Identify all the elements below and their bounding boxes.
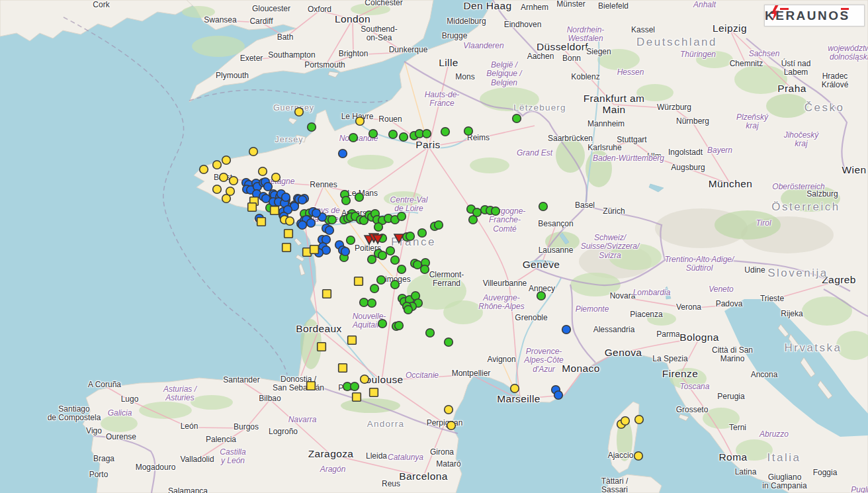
- report-marker-green-circle[interactable]: [445, 338, 453, 347]
- report-marker-green-circle[interactable]: [347, 236, 355, 245]
- report-marker-green-circle[interactable]: [464, 127, 473, 136]
- report-marker-blue-circle[interactable]: [554, 391, 563, 400]
- report-marker-green-circle[interactable]: [351, 382, 359, 391]
- report-marker-green-circle[interactable]: [355, 193, 364, 202]
- report-marker-green-circle[interactable]: [423, 130, 431, 138]
- report-marker-yellow-circle[interactable]: [356, 117, 365, 126]
- report-marker-yellow-square[interactable]: [282, 244, 291, 252]
- map-canvas[interactable]: CorkSwanseaCardiffGloucesterOxfordLondon…: [0, 0, 868, 493]
- report-marker-green-circle[interactable]: [406, 232, 415, 241]
- report-marker-green-circle[interactable]: [391, 256, 400, 265]
- report-marker-yellow-square[interactable]: [257, 218, 266, 226]
- report-marker-blue-circle[interactable]: [341, 247, 350, 256]
- report-marker-yellow-square[interactable]: [307, 382, 316, 390]
- logo-accent-bar: [841, 8, 849, 10]
- report-marker-green-circle[interactable]: [389, 130, 398, 139]
- report-marker-blue-circle[interactable]: [264, 183, 273, 191]
- report-marker-green-circle[interactable]: [537, 292, 546, 300]
- report-marker-green-circle[interactable]: [370, 285, 379, 293]
- report-marker-blue-circle[interactable]: [339, 150, 347, 158]
- report-marker-yellow-circle[interactable]: [295, 108, 304, 116]
- report-marker-green-circle[interactable]: [398, 212, 406, 221]
- report-marker-yellow-circle[interactable]: [213, 185, 222, 194]
- report-marker-green-circle[interactable]: [400, 133, 408, 142]
- report-marker-yellow-circle[interactable]: [200, 165, 208, 174]
- report-marker-yellow-square[interactable]: [284, 230, 293, 238]
- report-marker-green-circle[interactable]: [398, 265, 406, 274]
- report-marker-yellow-circle[interactable]: [621, 417, 630, 426]
- logo-text: KERAUNOS: [765, 9, 850, 23]
- report-marker-yellow-square[interactable]: [348, 336, 357, 345]
- report-marker-yellow-square[interactable]: [271, 206, 279, 215]
- report-marker-yellow-circle[interactable]: [213, 161, 222, 169]
- report-marker-green-circle[interactable]: [377, 276, 386, 285]
- report-marker-yellow-circle[interactable]: [272, 173, 281, 182]
- report-marker-yellow-circle[interactable]: [634, 452, 643, 461]
- report-marker-green-circle[interactable]: [404, 306, 413, 314]
- keraunos-logo: KERAUNOS: [764, 5, 865, 26]
- report-marker-green-circle[interactable]: [426, 329, 435, 337]
- report-marker-yellow-square[interactable]: [318, 343, 326, 351]
- report-marker-green-circle[interactable]: [391, 281, 400, 289]
- report-marker-yellow-square[interactable]: [323, 290, 331, 298]
- report-marker-yellow-square[interactable]: [353, 393, 361, 402]
- report-marker-yellow-circle[interactable]: [230, 177, 238, 185]
- report-marker-yellow-square[interactable]: [248, 203, 257, 212]
- report-marker-green-circle[interactable]: [378, 251, 387, 260]
- report-marker-yellow-circle[interactable]: [220, 173, 228, 182]
- report-marker-green-circle[interactable]: [374, 223, 383, 232]
- report-marker-yellow-square[interactable]: [310, 246, 319, 254]
- report-marker-blue-circle[interactable]: [307, 219, 316, 228]
- report-marker-green-circle[interactable]: [349, 134, 358, 142]
- report-marker-yellow-circle[interactable]: [361, 375, 369, 384]
- report-marker-red-triangle[interactable]: [394, 234, 404, 243]
- report-marker-green-circle[interactable]: [435, 221, 443, 230]
- report-marker-yellow-circle[interactable]: [222, 195, 231, 203]
- report-marker-blue-circle[interactable]: [326, 226, 334, 235]
- report-marker-green-circle[interactable]: [342, 197, 351, 205]
- logo-accent-bar: [780, 8, 789, 10]
- report-marker-green-circle[interactable]: [368, 255, 376, 264]
- report-marker-blue-circle[interactable]: [298, 196, 307, 204]
- report-marker-green-circle[interactable]: [328, 216, 337, 224]
- report-marker-green-circle[interactable]: [368, 299, 376, 308]
- report-marker-blue-circle[interactable]: [298, 221, 307, 230]
- report-marker-yellow-circle[interactable]: [286, 217, 294, 226]
- report-marker-green-circle[interactable]: [395, 322, 404, 330]
- report-marker-green-circle[interactable]: [360, 298, 369, 307]
- report-marker-yellow-circle[interactable]: [249, 148, 258, 156]
- report-marker-yellow-square[interactable]: [370, 388, 378, 397]
- report-marker-green-circle[interactable]: [418, 229, 427, 238]
- report-marker-green-circle[interactable]: [539, 202, 548, 211]
- report-marker-yellow-circle[interactable]: [222, 156, 231, 165]
- report-marker-blue-circle[interactable]: [312, 209, 321, 218]
- marker-layer: [0, 0, 868, 493]
- report-marker-green-circle[interactable]: [386, 247, 395, 255]
- report-marker-blue-circle[interactable]: [562, 326, 571, 334]
- report-marker-yellow-circle[interactable]: [447, 422, 456, 430]
- report-marker-yellow-circle[interactable]: [511, 384, 519, 393]
- report-marker-yellow-circle[interactable]: [259, 167, 267, 176]
- report-marker-yellow-square[interactable]: [339, 364, 347, 373]
- report-marker-blue-circle[interactable]: [282, 193, 290, 202]
- report-marker-green-circle[interactable]: [492, 207, 500, 216]
- report-marker-yellow-square[interactable]: [355, 277, 363, 286]
- report-marker-green-circle[interactable]: [441, 128, 450, 136]
- report-marker-yellow-circle[interactable]: [445, 406, 453, 414]
- report-marker-green-circle[interactable]: [421, 265, 429, 274]
- report-marker-green-circle[interactable]: [378, 320, 387, 328]
- report-marker-yellow-circle[interactable]: [635, 416, 644, 424]
- report-marker-green-circle[interactable]: [369, 130, 378, 138]
- report-marker-green-circle[interactable]: [469, 216, 478, 224]
- report-marker-green-circle[interactable]: [308, 123, 316, 132]
- report-marker-green-circle[interactable]: [513, 114, 521, 123]
